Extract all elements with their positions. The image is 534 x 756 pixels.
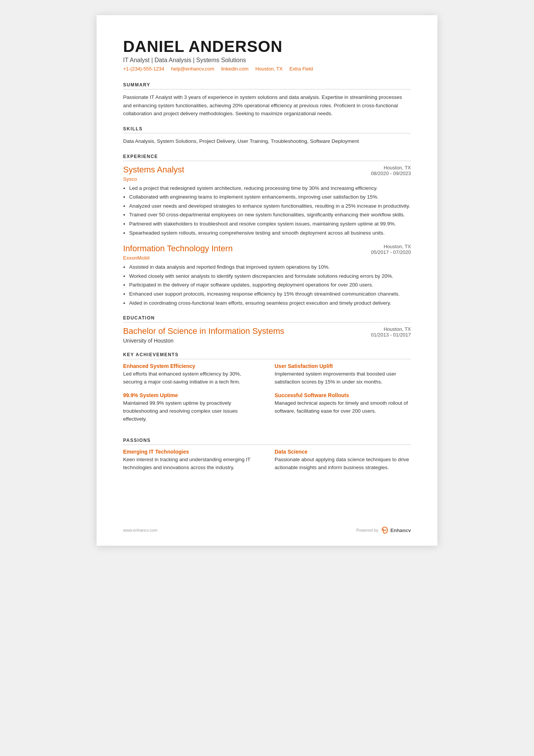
achievement-2: User Satisfaction Uplift Implemented sys… bbox=[275, 363, 411, 386]
candidate-name: DANIEL ANDERSON bbox=[123, 38, 411, 55]
powered-by-label: Powered by bbox=[356, 528, 378, 532]
job-2-bullet-5: Aided in coordinating cross-functional t… bbox=[129, 299, 411, 307]
job-2: Information Technology Intern Houston, T… bbox=[123, 244, 411, 307]
experience-section: EXPERIENCE Systems Analyst Houston, TX 0… bbox=[123, 154, 411, 307]
skills-section: SKILLS Data Analysis, System Solutions, … bbox=[123, 126, 411, 146]
passion-1-text: Keen interest in tracking and understand… bbox=[123, 456, 259, 472]
achievements-grid: Enhanced System Efficiency Led efforts t… bbox=[123, 363, 411, 429]
education-section: EDUCATION Bachelor of Science in Informa… bbox=[123, 315, 411, 344]
footer-powered: Powered by Enhancv bbox=[356, 526, 411, 534]
achievement-4-title: Successful Software Rollouts bbox=[275, 392, 411, 398]
education-location: Houston, TX bbox=[350, 326, 411, 332]
job-1-right: Houston, TX 08/2020 - 09/2023 bbox=[350, 165, 411, 176]
job-2-header: Information Technology Intern Houston, T… bbox=[123, 244, 411, 255]
job-2-bullet-1: Assisted in data analysis and reported f… bbox=[129, 263, 411, 271]
job-1-bullet-1: Led a project that redesigned system arc… bbox=[129, 184, 411, 193]
achievement-3-title: 99.9% System Uptime bbox=[123, 392, 259, 398]
job-2-location: Houston, TX bbox=[350, 244, 411, 249]
job-1-company: Sysco bbox=[123, 176, 411, 182]
contact-location: Houston, TX bbox=[255, 66, 283, 72]
passion-2-title: Data Science bbox=[275, 449, 411, 455]
job-1-dates: 08/2020 - 09/2023 bbox=[350, 171, 411, 176]
achievement-1: Enhanced System Efficiency Led efforts t… bbox=[123, 363, 259, 386]
achievement-2-text: Implemented system improvements that boo… bbox=[275, 370, 411, 386]
contact-info: +1-(234)-555-1234 help@enhancv.com linke… bbox=[123, 66, 411, 72]
job-2-title: Information Technology Intern bbox=[123, 244, 233, 254]
achievement-1-title: Enhanced System Efficiency bbox=[123, 363, 259, 369]
job-2-bullet-4: Enhanced user support protocols, increas… bbox=[129, 290, 411, 298]
passion-2: Data Science Passionate about applying d… bbox=[275, 449, 411, 472]
summary-section: SUMMARY Passionate IT Analyst with 3 yea… bbox=[123, 82, 411, 118]
job-2-bullet-2: Worked closely with senior analysts to i… bbox=[129, 272, 411, 280]
job-1: Systems Analyst Houston, TX 08/2020 - 09… bbox=[123, 165, 411, 237]
job-1-title: Systems Analyst bbox=[123, 165, 184, 175]
passions-grid: Emerging IT Technologies Keen interest i… bbox=[123, 449, 411, 478]
passion-1-title: Emerging IT Technologies bbox=[123, 449, 259, 455]
contact-email: help@enhancv.com bbox=[171, 66, 214, 72]
skills-label: SKILLS bbox=[123, 126, 411, 133]
job-2-bullets: Assisted in data analysis and reported f… bbox=[123, 263, 411, 307]
achievement-3: 99.9% System Uptime Maintained 99.9% sys… bbox=[123, 392, 259, 423]
education-dates: 01/2013 - 01/2017 bbox=[350, 332, 411, 338]
education-right: Houston, TX 01/2013 - 01/2017 bbox=[350, 326, 411, 338]
achievement-3-text: Maintained 99.9% system uptime by proact… bbox=[123, 399, 259, 423]
enhancv-logo-icon bbox=[381, 526, 389, 534]
job-2-bullet-3: Participated in the delivery of major so… bbox=[129, 281, 411, 289]
candidate-title: IT Analyst | Data Analysis | Systems Sol… bbox=[123, 57, 411, 64]
skills-text: Data Analysis, System Solutions, Project… bbox=[123, 137, 411, 146]
passion-2-text: Passionate about applying data science t… bbox=[275, 456, 411, 472]
passion-1: Emerging IT Technologies Keen interest i… bbox=[123, 449, 259, 472]
education-header: Bachelor of Science in Information Syste… bbox=[123, 326, 411, 338]
resume-page: DANIEL ANDERSON IT Analyst | Data Analys… bbox=[97, 15, 437, 546]
summary-text: Passionate IT Analyst with 3 years of ex… bbox=[123, 93, 411, 118]
job-1-bullet-4: Trained over 50 cross-departmental emplo… bbox=[129, 211, 411, 219]
page-footer: www.enhancv.com Powered by Enhancv bbox=[123, 526, 411, 534]
achievements-label: KEY ACHIEVEMENTS bbox=[123, 352, 411, 359]
contact-linkedin: linkedin.com bbox=[221, 66, 248, 72]
job-1-bullet-6: Spearheaded system rollouts, ensuring co… bbox=[129, 229, 411, 237]
job-1-bullet-3: Analyzed user needs and developed strate… bbox=[129, 202, 411, 210]
experience-label: EXPERIENCE bbox=[123, 154, 411, 161]
achievement-1-text: Led efforts that enhanced system efficie… bbox=[123, 370, 259, 386]
job-1-bullet-5: Partnered with stakeholders to troublesh… bbox=[129, 220, 411, 228]
contact-phone: +1-(234)-555-1234 bbox=[123, 66, 164, 72]
enhancv-brand-name: Enhancv bbox=[390, 527, 411, 533]
contact-extra: Extra Field bbox=[289, 66, 313, 72]
job-2-right: Houston, TX 05/2017 - 07/2020 bbox=[350, 244, 411, 255]
job-2-dates: 05/2017 - 07/2020 bbox=[350, 249, 411, 255]
achievement-2-title: User Satisfaction Uplift bbox=[275, 363, 411, 369]
enhancv-logo: Enhancv bbox=[381, 526, 411, 534]
passions-label: PASSIONS bbox=[123, 438, 411, 445]
job-1-bullet-2: Collaborated with engineering teams to i… bbox=[129, 193, 411, 201]
education-school: University of Houston bbox=[123, 338, 411, 344]
summary-label: SUMMARY bbox=[123, 82, 411, 89]
achievement-4-text: Managed technical aspects for timely and… bbox=[275, 399, 411, 415]
achievement-4: Successful Software Rollouts Managed tec… bbox=[275, 392, 411, 423]
passions-section: PASSIONS Emerging IT Technologies Keen i… bbox=[123, 438, 411, 478]
education-block: Bachelor of Science in Information Syste… bbox=[123, 326, 411, 344]
job-1-location: Houston, TX bbox=[350, 165, 411, 171]
job-1-header: Systems Analyst Houston, TX 08/2020 - 09… bbox=[123, 165, 411, 176]
education-degree: Bachelor of Science in Information Syste… bbox=[123, 326, 284, 336]
footer-url: www.enhancv.com bbox=[123, 528, 158, 532]
job-1-bullets: Led a project that redesigned system arc… bbox=[123, 184, 411, 237]
header-section: DANIEL ANDERSON IT Analyst | Data Analys… bbox=[123, 38, 411, 72]
education-label: EDUCATION bbox=[123, 315, 411, 322]
job-2-company: ExxonMobil bbox=[123, 255, 411, 261]
achievements-section: KEY ACHIEVEMENTS Enhanced System Efficie… bbox=[123, 352, 411, 429]
